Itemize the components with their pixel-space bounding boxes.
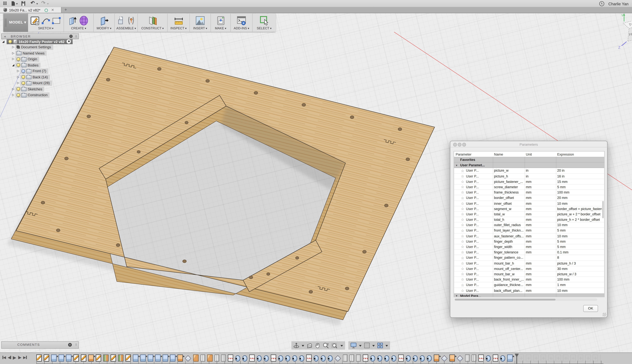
timeline-feature-revolve-icon[interactable] <box>264 355 269 362</box>
toolbar-group-label[interactable]: ADD-INS <box>232 26 250 30</box>
parameter-row[interactable]: ☆User P...total_wmmpicture_w + 2 * borde… <box>454 212 604 217</box>
undo-icon[interactable]: ↶ <box>30 0 35 6</box>
browser-item-sketches[interactable]: ▷Sketches <box>11 86 44 92</box>
toolbar-group-make[interactable]: MAKE <box>211 14 231 32</box>
favorite-star-icon[interactable]: ☆ <box>461 168 464 173</box>
parameter-group-row[interactable]: ▼User Paramet... <box>454 163 604 168</box>
rectangle-tool-icon[interactable] <box>52 16 62 26</box>
parameter-expression[interactable]: 5 mm <box>557 245 566 249</box>
parameter-row[interactable]: ☆User P...front_layer_thickn...mm5 mm <box>454 228 604 234</box>
form-icon[interactable] <box>79 15 89 26</box>
parameter-expression[interactable]: 5 mm <box>557 240 566 244</box>
parameter-row[interactable]: ☆User P...total_hmmpicture_h + 2 * borde… <box>454 217 604 222</box>
parameter-row[interactable]: ☆User P...picture_fastener_...mm15 mm <box>454 179 604 184</box>
toolbar-group-label[interactable]: SKETCH <box>30 26 62 30</box>
parameter-expression[interactable]: picture_w + 2 * border_offset <box>557 212 600 216</box>
favorite-star-icon[interactable]: ☆ <box>461 266 464 271</box>
parameter-expression[interactable]: 16 in <box>557 174 564 178</box>
toolbar-group-label[interactable]: MODIFY <box>95 26 112 30</box>
create-sketch-icon[interactable] <box>30 16 40 26</box>
parameter-row[interactable]: ☆User P...frame_thicknessmm100 mm <box>454 190 604 195</box>
app-grid-icon[interactable] <box>3 2 4 2</box>
parameter-row[interactable]: ☆User P...mount_off_center...mm30 mm <box>454 266 604 272</box>
timeline-ruler[interactable] <box>36 361 604 364</box>
parameter-expression[interactable]: 0.1 mm <box>557 251 568 254</box>
favorite-star-icon[interactable]: ☆ <box>461 207 464 211</box>
toolbar-group-label[interactable]: MAKE <box>212 26 229 30</box>
parameter-expression[interactable]: 20 mm <box>557 196 568 200</box>
parameter-group-row[interactable]: ▼Model Para... <box>454 293 604 297</box>
job-status-clock-icon[interactable] <box>599 1 604 6</box>
expand-icon[interactable]: ▷ <box>11 58 15 61</box>
expand-icon[interactable]: ▷ <box>11 46 15 49</box>
file-dropdown-icon[interactable] <box>16 3 18 5</box>
go-to-end-button[interactable]: ▶ <box>23 355 27 360</box>
comments-bar[interactable]: COMMENTS + ‖ <box>1 341 79 349</box>
new-component-icon[interactable] <box>117 15 126 26</box>
favorite-star-icon[interactable]: ☆ <box>461 250 464 254</box>
orbit-icon[interactable] <box>294 342 299 348</box>
grid-snap-icon[interactable] <box>364 342 370 348</box>
parameter-expression[interactable]: 10 mm <box>557 202 568 205</box>
favorite-star-icon[interactable]: ☆ <box>461 245 464 249</box>
visibility-bulb-icon[interactable] <box>16 57 20 61</box>
parameter-expression[interactable]: 10 mm <box>557 289 568 292</box>
dialog-horizontal-scrollbar[interactable] <box>454 298 597 301</box>
expand-icon[interactable]: ▷ <box>16 70 20 73</box>
browser-item-origin[interactable]: ▷Origin <box>11 56 39 62</box>
expand-icon[interactable]: ▷ <box>16 82 20 85</box>
ok-button[interactable]: OK <box>583 305 598 312</box>
browser-item-construction[interactable]: ▷Construction <box>11 92 50 98</box>
arc-tool-icon[interactable] <box>41 16 50 26</box>
parameter-row[interactable]: ☆User P...finger_pattern_co...8 <box>454 255 604 260</box>
parameter-row[interactable]: ☆User P...finger_depthmm5 mm <box>454 239 604 244</box>
toolbar-group-addins[interactable]: ADD-INS <box>231 14 252 32</box>
favorite-star-icon[interactable]: ☆ <box>461 201 464 206</box>
favorite-star-icon[interactable]: ☆ <box>461 180 464 184</box>
parameter-row[interactable]: ☆User P...picture_win20 in <box>454 168 604 174</box>
favorite-star-icon[interactable]: ☆ <box>461 196 464 200</box>
toolbar-group-insert[interactable]: INSERT <box>190 14 211 32</box>
browser-item-mount-28[interactable]: ▷Mount (28) <box>16 80 52 86</box>
browser-item-document-settings[interactable]: ▷Document Settings <box>11 44 53 50</box>
favorite-star-icon[interactable]: ☆ <box>461 174 464 178</box>
parameter-group-row[interactable]: Favorites <box>454 157 604 163</box>
browser-item-front-7[interactable]: ▷Front (7) <box>16 68 48 74</box>
parameter-row[interactable]: ☆User P...border_offsetmm20 mm <box>454 196 604 201</box>
table-vertical-scrollbar[interactable] <box>602 201 604 218</box>
dialog-resize-grip[interactable] <box>602 313 606 316</box>
play-button[interactable]: ▶ <box>13 355 16 360</box>
save-icon[interactable] <box>22 1 25 6</box>
toolbar-group-label[interactable]: CONSTRUCT <box>140 26 166 30</box>
go-to-start-button[interactable]: ◀ <box>2 355 6 360</box>
extrude-icon[interactable] <box>68 15 78 26</box>
expand-icon[interactable]: ▷ <box>11 94 15 97</box>
parameter-row[interactable]: ☆User P...guidance_thickne...mm1 mm <box>454 282 604 288</box>
undo-dropdown-icon[interactable] <box>36 3 38 5</box>
tab-close-icon[interactable]: ✕ <box>51 8 54 12</box>
favorite-star-icon[interactable]: ☆ <box>461 261 464 265</box>
visibility-bulb-icon[interactable] <box>16 87 20 91</box>
browser-collapse-icon[interactable]: « <box>4 35 6 38</box>
parameter-expression[interactable]: 1 mm <box>557 283 566 287</box>
parameter-row[interactable]: ☆User P...segment_wmmborder_offset + pic… <box>454 206 604 212</box>
user-account-menu[interactable]: Charlie Yan <box>608 2 628 6</box>
parameter-expression[interactable]: 20 in <box>557 169 564 173</box>
favorite-star-icon[interactable]: ☆ <box>461 256 464 260</box>
zoom-dropdown-icon[interactable] <box>340 345 343 348</box>
parameter-row[interactable]: ☆User P...back_offset_plan...mm10 mm <box>454 288 604 293</box>
parameter-expression[interactable]: 10 mm <box>557 234 568 238</box>
pan-icon[interactable] <box>315 342 320 348</box>
add-comment-icon[interactable]: + <box>68 343 72 346</box>
toolbar-group-assemble[interactable]: ASSEMBLE <box>115 14 138 32</box>
step-forward-button[interactable]: ▶ <box>18 355 22 360</box>
expand-icon[interactable]: ◢ <box>1 40 6 43</box>
step-back-button[interactable]: ◀ <box>8 355 11 360</box>
expand-icon[interactable]: ◢ <box>11 64 15 67</box>
favorite-star-icon[interactable]: ☆ <box>461 288 464 292</box>
toolbar-group-create[interactable]: CREATE <box>64 14 94 32</box>
toolbar-group-modify[interactable]: MODIFY <box>94 14 115 32</box>
new-tab-button[interactable]: + <box>64 7 67 12</box>
favorite-star-icon[interactable]: ☆ <box>461 218 464 222</box>
favorite-star-icon[interactable]: ☆ <box>461 240 464 244</box>
